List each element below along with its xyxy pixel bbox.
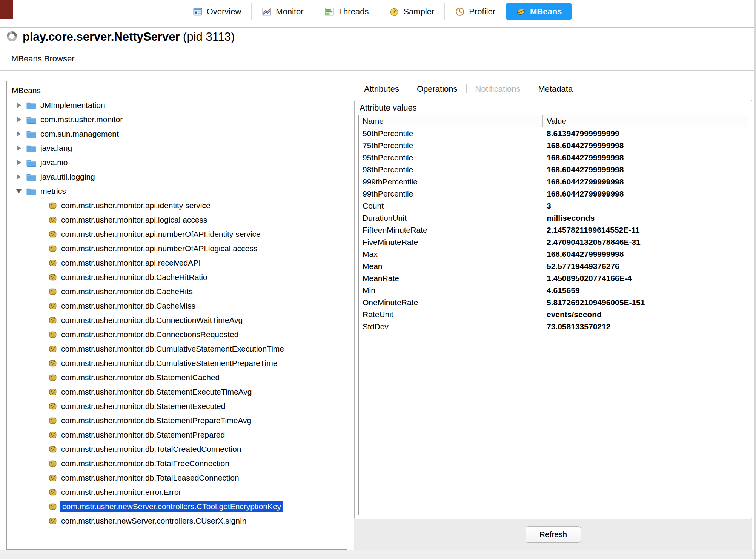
attribute-table-body: 50thPercentile8.61394799999999975thPerce… [359,127,748,333]
bean-icon [49,244,57,253]
tree-mbean-item[interactable]: com.mstr.usher.monitor.db.CumulativeStat… [7,356,347,370]
tree-folder-label: JMImplementation [40,101,105,110]
bean-icon [49,316,57,324]
attribute-value: 52.57719449376276 [543,262,748,271]
attribute-row[interactable]: StdDev73.058133570212 [359,321,748,333]
arrow-right-icon[interactable] [14,160,23,165]
tree-mbean-item[interactable]: com.mstr.usher.monitor.db.ConnectionsReq… [7,327,347,342]
tree-mbean-item[interactable]: com.mstr.usher.monitor.db.TotalFreeConne… [7,456,347,471]
tree-mbean-item[interactable]: com.mstr.usher.monitor.api.numberOfAPI.l… [7,241,347,256]
arrow-right-icon[interactable] [14,131,23,137]
view-tab-label: Threads [338,7,369,17]
attribute-name: 999thPercentile [359,177,543,186]
view-tab-overview[interactable]: Overview [183,3,252,20]
mbean-detail-panel: AttributesOperationsNotificationsMetadat… [353,81,753,550]
bean-icon [49,216,57,224]
tree-mbean-item[interactable]: com.mstr.usher.monitor.db.ConnectionWait… [7,313,347,327]
tree-mbean-item[interactable]: com.mstr.usher.monitor.db.CacheHits [7,284,347,299]
attribute-row[interactable]: Mean52.57719449376276 [359,260,748,272]
column-header-value[interactable]: Value [543,117,748,126]
bean-icon [49,287,57,296]
tree-mbean-item[interactable]: com.mstr.usher.monitor.api.numberOfAPI.i… [7,227,347,241]
triangle-glyph [17,103,21,108]
tree-folder-java-util-logging[interactable]: java.util.logging [7,170,347,184]
bean-icon [49,474,57,482]
view-tab-mbeans[interactable]: MBeans [506,3,572,20]
tree-folder-label: java.lang [40,144,72,153]
tree-mbean-item[interactable]: com.mstr.usher.monitor.db.StatementPrepa… [7,413,347,428]
attribute-name: DurationUnit [359,213,543,223]
detail-tab-metadata[interactable]: Metadata [529,81,581,97]
tree-folder-java-lang[interactable]: java.lang [7,141,347,155]
attribute-row[interactable]: 98thPercentile168.60442799999998 [359,164,748,176]
tree-mbean-item[interactable]: com.mstr.usher.monitor.db.StatementExecu… [7,399,347,413]
attribute-row[interactable]: 75thPercentile168.60442799999998 [359,140,748,152]
tree-mbean-item[interactable]: com.mstr.usher.newServer.controllers.CUs… [7,514,347,528]
tree-mbean-item[interactable]: com.mstr.usher.monitor.db.TotalLeasedCon… [7,471,347,485]
attribute-name: Min [359,286,543,295]
attribute-name: FifteenMinuteRate [359,226,543,235]
arrow-right-icon[interactable] [14,174,23,180]
tree-mbean-item[interactable]: com.mstr.usher.newServer.controllers.CTo… [7,499,347,514]
tree-folder-com-sun-management[interactable]: com.sun.management [7,127,347,141]
attribute-row[interactable]: 50thPercentile8.613947999999999 [359,127,748,140]
tree-mbean-item[interactable]: com.mstr.usher.monitor.db.StatementPrepa… [7,428,347,442]
tree-mbean-item[interactable]: com.mstr.usher.monitor.api.identity serv… [7,198,347,213]
header-divider [0,70,756,71]
attribute-row[interactable]: Max168.60442799999998 [359,248,748,260]
arrow-right-icon[interactable] [14,117,23,122]
arrow-down-icon[interactable] [14,189,23,194]
attribute-row[interactable]: 95thPercentile168.60442799999998 [359,152,748,164]
attribute-row[interactable]: Min4.615659 [359,284,748,296]
view-tab-monitor[interactable]: Monitor [251,3,313,20]
tree-mbean-item[interactable]: com.mstr.usher.monitor.db.TotalCreatedCo… [7,442,347,456]
tree-folder-com-mstr-usher-monitor[interactable]: com.mstr.usher.monitor [7,112,347,127]
view-tab-sampler[interactable]: Sampler [379,3,444,20]
tree-item-label: com.mstr.usher.monitor.api.logical acces… [61,215,207,224]
refresh-button[interactable]: Refresh [526,526,581,543]
tree-mbean-item[interactable]: com.mstr.usher.monitor.db.CacheMiss [7,299,347,313]
arrow-right-icon[interactable] [14,146,23,151]
triangle-glyph [16,189,22,194]
attribute-name: Mean [359,262,543,271]
tree-folder-label: java.util.logging [40,172,95,181]
tree-mbean-item[interactable]: com.mstr.usher.monitor.db.StatementExecu… [7,385,347,399]
attribute-row[interactable]: 999thPercentile168.60442799999998 [359,176,748,188]
tree-item-label: com.mstr.usher.monitor.api.identity serv… [61,201,211,210]
attribute-row[interactable]: FifteenMinuteRate2.1457821199614552E-11 [359,224,748,236]
folder-icon [26,115,36,124]
tree-mbean-item[interactable]: com.mstr.usher.monitor.api.logical acces… [7,213,347,227]
tree-item-label: com.mstr.usher.monitor.error.Error [61,488,181,497]
tree-mbean-item[interactable]: com.mstr.usher.monitor.db.CacheHitRatio [7,270,347,284]
attribute-value: 5.8172692109496005E-151 [543,298,748,307]
tree-folder-metrics[interactable]: metrics [7,184,347,198]
detail-tab-attributes[interactable]: Attributes [355,81,408,97]
tabbar-divider [0,27,756,28]
bean-icon [49,359,57,367]
attribute-value: events/second [543,310,748,319]
groupbox-title: Attribute values [360,103,417,113]
attribute-row[interactable]: DurationUnitmilliseconds [359,212,748,224]
tree-mbean-item[interactable]: com.mstr.usher.monitor.api.receivedAPI [7,256,347,270]
attribute-row[interactable]: FiveMinuteRate2.4709041320578846E-31 [359,236,748,248]
attribute-row[interactable]: Count3 [359,200,748,212]
attribute-value: 168.60442799999998 [543,165,748,174]
tree-folder-jmimplementation[interactable]: JMImplementation [7,98,347,112]
attribute-name: Count [359,201,543,210]
tree-item-label: com.mstr.usher.monitor.db.CacheMiss [61,301,195,310]
tree-mbean-item[interactable]: com.mstr.usher.monitor.db.StatementCache… [7,370,347,385]
attribute-row[interactable]: MeanRate1.450895020774166E-4 [359,272,748,284]
tree-mbean-item[interactable]: com.mstr.usher.monitor.error.Error [7,485,347,499]
column-header-name[interactable]: Name [359,115,543,127]
detail-tab-operations[interactable]: Operations [408,81,466,97]
attribute-row[interactable]: OneMinuteRate5.8172692109496005E-151 [359,296,748,309]
attribute-row[interactable]: 99thPercentile168.60442799999998 [359,188,748,200]
attribute-row[interactable]: RateUnitevents/second [359,309,748,321]
tree-mbean-item[interactable]: com.mstr.usher.monitor.db.CumulativeStat… [7,342,347,356]
tree-folder-java-nio[interactable]: java.nio [7,155,347,170]
view-tab-threads[interactable]: Threads [314,3,379,20]
view-tabbar: OverviewMonitorThreadsSamplerProfilerMBe… [0,0,754,23]
view-tab-profiler[interactable]: Profiler [444,3,506,20]
arrow-right-icon[interactable] [14,103,23,108]
visualvm-window: OverviewMonitorThreadsSamplerProfilerMBe… [0,0,756,559]
